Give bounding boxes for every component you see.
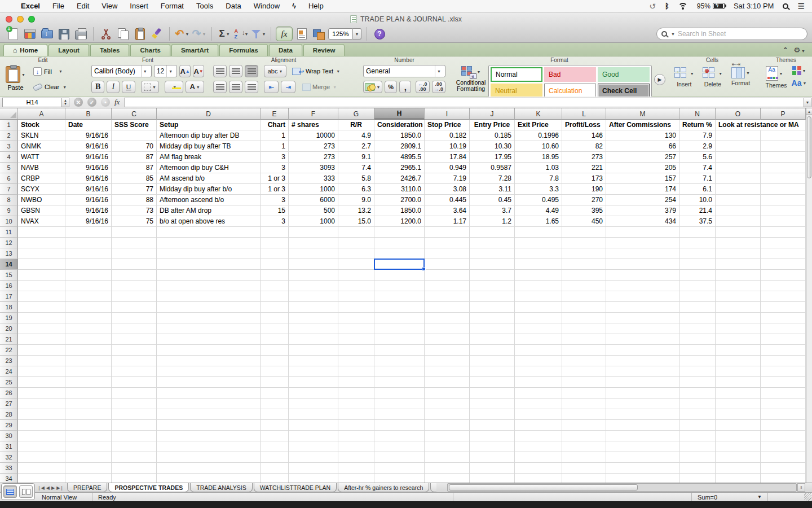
decrease-indent-button[interactable]: ⇤: [264, 81, 279, 93]
selection-fill-handle[interactable]: [422, 267, 426, 271]
column-header-M[interactable]: M: [606, 108, 679, 120]
grid-cell[interactable]: [112, 431, 157, 441]
row-header-15[interactable]: 15: [0, 270, 18, 281]
grid-cell[interactable]: [112, 388, 157, 398]
grid-cell[interactable]: [112, 334, 157, 345]
grid-cell[interactable]: [261, 291, 289, 302]
vertical-scrollbar[interactable]: ▲: [806, 108, 812, 483]
grid-cell[interactable]: [562, 259, 606, 270]
grid-cell[interactable]: [425, 259, 470, 270]
save-button[interactable]: [56, 26, 72, 42]
menu-item-help[interactable]: Help: [302, 2, 330, 10]
grid-cell[interactable]: [289, 409, 338, 420]
grid-cell[interactable]: [338, 281, 374, 291]
grid-cell[interactable]: [289, 366, 338, 377]
grid-cell[interactable]: [157, 474, 261, 483]
ribbon-tab-charts[interactable]: Charts: [130, 44, 170, 56]
grid-cell[interactable]: [761, 238, 806, 248]
grid-cell[interactable]: [679, 420, 716, 431]
increase-indent-button[interactable]: ⇥: [281, 81, 295, 93]
number-format-select[interactable]: General▼: [363, 65, 445, 77]
row-header-28[interactable]: 28: [0, 409, 18, 420]
grid-cell[interactable]: [261, 366, 289, 377]
grid-cell[interactable]: [261, 227, 289, 238]
grid-cell[interactable]: [157, 452, 261, 463]
grid-cell[interactable]: [374, 313, 425, 323]
column-header-D[interactable]: D: [157, 108, 261, 120]
row-header-6[interactable]: 6: [0, 173, 18, 184]
battery-indicator[interactable]: 95% ϟ: [697, 2, 725, 10]
grid-cell[interactable]: [112, 463, 157, 474]
grid-cell[interactable]: Return %: [679, 120, 716, 130]
sum-dropdown-icon[interactable]: ▼: [757, 494, 762, 500]
row-header-34[interactable]: 34: [0, 474, 18, 483]
align-top-button[interactable]: [213, 65, 227, 77]
grid-cell[interactable]: [65, 474, 112, 483]
grid-cell[interactable]: 1000: [289, 184, 338, 195]
grid-cell[interactable]: [716, 420, 761, 431]
grid-cell[interactable]: 7.8: [515, 173, 562, 184]
undo-button[interactable]: ↶▼: [174, 26, 190, 42]
grid-cell[interactable]: [515, 431, 562, 441]
grid-cell[interactable]: [261, 270, 289, 281]
grid-cell[interactable]: [18, 356, 65, 366]
grid-cell[interactable]: [261, 463, 289, 474]
grid-cell[interactable]: [65, 441, 112, 452]
row-header-2[interactable]: 2: [0, 130, 18, 141]
grid-cell[interactable]: [374, 474, 425, 483]
paste-button[interactable]: [132, 26, 148, 42]
grid-cell[interactable]: [425, 227, 470, 238]
grid-cell[interactable]: [289, 259, 338, 270]
grid-cell[interactable]: [65, 291, 112, 302]
grid-cell[interactable]: [157, 281, 261, 291]
grid-cell[interactable]: [338, 323, 374, 334]
grid-cell[interactable]: [18, 474, 65, 483]
grid-cell[interactable]: [515, 377, 562, 388]
grid-cell[interactable]: [716, 356, 761, 366]
grid-cell[interactable]: [606, 259, 679, 270]
grid-cell[interactable]: [679, 313, 716, 323]
grid-cell[interactable]: [65, 270, 112, 281]
grid-cell[interactable]: 3.08: [425, 184, 470, 195]
scroll-up-arrow[interactable]: ▲: [806, 108, 812, 115]
menu-item-excel[interactable]: Excel: [15, 2, 46, 10]
grid-cell[interactable]: [562, 474, 606, 483]
grid-cell[interactable]: [606, 291, 679, 302]
grid-cell[interactable]: 9/16/16: [65, 205, 112, 216]
grid-cell[interactable]: 7.4: [338, 163, 374, 173]
grid-cell[interactable]: 2426.7: [374, 173, 425, 184]
media-browser-button[interactable]: [311, 26, 326, 42]
grid-cell[interactable]: GNMK: [18, 141, 65, 152]
grid-cell[interactable]: [606, 334, 679, 345]
help-button[interactable]: ?: [372, 26, 387, 42]
grid-cell[interactable]: Midday dip buy after b/o: [157, 184, 261, 195]
ribbon-tab-layout[interactable]: Layout: [48, 44, 89, 56]
grid-cell[interactable]: [761, 474, 806, 483]
grid-cell[interactable]: 13.2: [338, 205, 374, 216]
grid-cell[interactable]: [338, 388, 374, 398]
sheet-tab-prepare[interactable]: PREPARE: [67, 483, 107, 492]
grid-cell[interactable]: [425, 366, 470, 377]
row-header-32[interactable]: 32: [0, 452, 18, 463]
next-sheet-button[interactable]: ▶: [51, 485, 55, 491]
borders-button[interactable]: ▼: [141, 81, 160, 93]
text-orientation-button[interactable]: abc▼: [264, 65, 286, 77]
align-middle-button[interactable]: [229, 65, 242, 77]
grid-cell[interactable]: [716, 398, 761, 409]
grid-cell[interactable]: Afternoon dip buy C&H: [157, 163, 261, 173]
grid-cell[interactable]: [65, 398, 112, 409]
grid-cell[interactable]: [470, 409, 515, 420]
grid-cell[interactable]: 2.9: [679, 141, 716, 152]
grid-cell[interactable]: 1850.0: [374, 205, 425, 216]
grid-cell[interactable]: 434: [606, 216, 679, 227]
grid-cell[interactable]: [289, 334, 338, 345]
grid-cell[interactable]: 7.4: [679, 163, 716, 173]
grid-cell[interactable]: [338, 270, 374, 281]
row-header-13[interactable]: 13: [0, 248, 18, 259]
grid-cell[interactable]: [112, 238, 157, 248]
grid-cell[interactable]: [716, 441, 761, 452]
grid-cell[interactable]: [261, 238, 289, 248]
grid-cell[interactable]: [761, 130, 806, 141]
grid-cell[interactable]: [606, 441, 679, 452]
grid-cell[interactable]: 157: [606, 173, 679, 184]
